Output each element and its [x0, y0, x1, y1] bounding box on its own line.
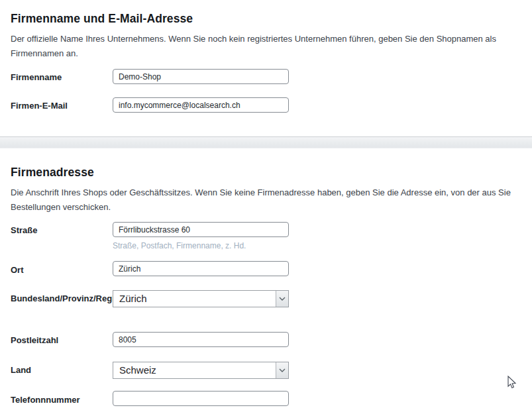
- label-firmenname: Firmenname: [11, 71, 110, 84]
- label-land: Land: [11, 364, 110, 377]
- label-strasse: Straße: [11, 224, 110, 237]
- strasse-hint: Straße, Postfach, Firmenname, z. Hd.: [113, 241, 246, 250]
- firmen-e-mail-input[interactable]: [113, 97, 289, 113]
- section-title-company: Firmenname und E-Mail-Adresse: [11, 12, 193, 26]
- label-telefonnnummer: Telefonnnummer: [11, 393, 110, 407]
- section-description-company: Der offizielle Name Ihres Unternehmens. …: [11, 32, 526, 60]
- mouse-cursor-icon: [507, 376, 517, 392]
- label-bundesland-provinz-region: Bundesland/Provinz/Region: [11, 292, 110, 305]
- chevron-down-icon: [276, 291, 288, 307]
- telefonnnummer-input[interactable]: [113, 391, 289, 406]
- ort-input[interactable]: [113, 261, 289, 276]
- label-postleitzahl: Postleitzahl: [11, 334, 110, 347]
- chevron-down-icon: [276, 362, 288, 378]
- section-description-address: Die Anschrift Ihres Shops oder Geschäfts…: [11, 185, 526, 214]
- firmenname-input[interactable]: [113, 69, 289, 84]
- postleitzahl-input[interactable]: [113, 332, 289, 347]
- settings-page: { "colors": { "heading": "#16191d", "bod…: [0, 0, 532, 418]
- section-title-address: Firmenadresse: [11, 166, 94, 180]
- land-select-value: Schweiz: [113, 362, 276, 378]
- label-firmen-e-mail: Firmen-E-Mail: [11, 99, 110, 113]
- land-select[interactable]: Schweiz: [113, 362, 289, 379]
- section-divider: [0, 136, 532, 148]
- label-ort: Ort: [11, 264, 110, 277]
- bundesland-select-value: Zürich: [113, 291, 276, 307]
- strasse-input[interactable]: [113, 222, 289, 237]
- bundesland-select[interactable]: Zürich: [113, 290, 289, 307]
